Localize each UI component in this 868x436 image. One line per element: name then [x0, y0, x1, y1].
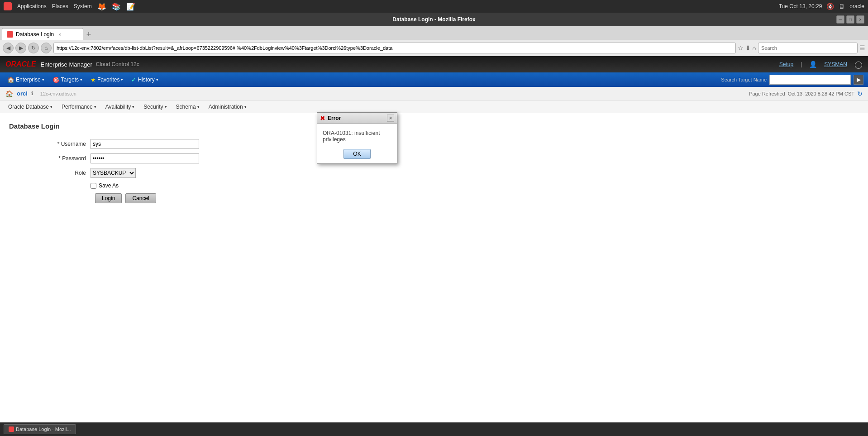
error-dialog-title-text: Error: [328, 115, 341, 121]
error-icon: ✖: [320, 115, 325, 122]
dialog-overlay: ✖ Error × ORA-01031: insufficient privil…: [0, 0, 868, 436]
ok-button[interactable]: OK: [343, 149, 370, 159]
taskbar-item-browser[interactable]: Database Login - Mozil...: [4, 424, 76, 434]
error-dialog: ✖ Error × ORA-01031: insufficient privil…: [317, 112, 397, 164]
error-dialog-titlebar: ✖ Error ×: [317, 113, 397, 124]
error-dialog-footer: OK: [317, 149, 397, 163]
error-dialog-body: ORA-01031: insufficient privileges: [317, 124, 397, 149]
taskbar-favicon: [9, 426, 14, 432]
error-dialog-close-button[interactable]: ×: [387, 115, 394, 122]
error-dialog-title-left: ✖ Error: [320, 115, 341, 122]
taskbar: Database Login - Mozil...: [0, 422, 868, 436]
error-message: ORA-01031: insufficient privileges: [323, 130, 380, 143]
taskbar-item-label: Database Login - Mozil...: [16, 426, 71, 432]
